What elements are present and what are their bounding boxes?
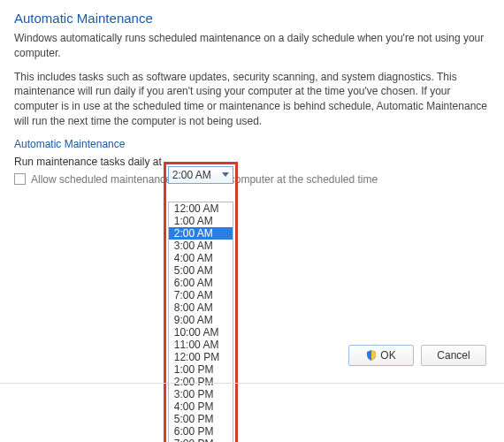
time-option[interactable]: 2:00 PM bbox=[169, 376, 233, 388]
time-option[interactable]: 2:00 AM bbox=[169, 227, 233, 240]
chevron-down-icon bbox=[222, 172, 229, 178]
wake-checkbox[interactable] bbox=[14, 173, 26, 185]
time-option[interactable]: 3:00 AM bbox=[169, 240, 233, 252]
time-option[interactable]: 4:00 PM bbox=[169, 400, 233, 413]
time-option[interactable]: 6:00 PM bbox=[169, 425, 233, 438]
page-title: Automatic Maintenance bbox=[14, 11, 490, 26]
section-label: Automatic Maintenance bbox=[14, 138, 490, 150]
wake-checkbox-row: Allow scheduled maintenance computer at … bbox=[14, 173, 490, 186]
shield-icon bbox=[366, 350, 377, 361]
time-dropdown-list[interactable]: 12:00 AM1:00 AM2:00 AM3:00 AM4:00 AM5:00… bbox=[168, 202, 233, 442]
time-option[interactable]: 7:00 AM bbox=[169, 289, 233, 301]
intro-paragraph-1: Windows automatically runs scheduled mai… bbox=[14, 31, 490, 61]
time-combobox-display[interactable]: 2:00 AM bbox=[168, 166, 233, 184]
ok-button[interactable]: OK bbox=[348, 345, 414, 366]
time-option[interactable]: 12:00 AM bbox=[169, 202, 233, 215]
time-option[interactable]: 7:00 PM bbox=[169, 438, 233, 442]
highlight-box: 2:00 AM 12:00 AM1:00 AM2:00 AM3:00 AM4:0… bbox=[164, 162, 238, 442]
cancel-button[interactable]: Cancel bbox=[421, 345, 486, 366]
time-option[interactable]: 1:00 PM bbox=[169, 363, 233, 376]
time-combobox-value: 2:00 AM bbox=[172, 169, 211, 181]
wake-checkbox-label-post: computer at the scheduled time bbox=[230, 173, 378, 186]
time-option[interactable]: 9:00 AM bbox=[169, 314, 233, 326]
wake-checkbox-label-pre: Allow scheduled maintenance bbox=[31, 173, 172, 186]
cancel-button-label: Cancel bbox=[437, 349, 470, 362]
intro-paragraph-2: This includes tasks such as software upd… bbox=[14, 70, 490, 129]
time-option[interactable]: 4:00 AM bbox=[169, 252, 233, 264]
time-option[interactable]: 1:00 AM bbox=[169, 215, 233, 227]
ok-button-label: OK bbox=[380, 349, 395, 362]
time-option[interactable]: 8:00 AM bbox=[169, 301, 233, 314]
time-option[interactable]: 3:00 PM bbox=[169, 388, 233, 400]
run-daily-label: Run maintenance tasks daily at bbox=[14, 156, 162, 168]
time-option[interactable]: 10:00 AM bbox=[169, 326, 233, 339]
time-option[interactable]: 5:00 PM bbox=[169, 413, 233, 425]
time-option[interactable]: 11:00 AM bbox=[169, 339, 233, 351]
schedule-row: Run maintenance tasks daily at 2:00 AM 1… bbox=[14, 156, 490, 168]
time-option[interactable]: 6:00 AM bbox=[169, 277, 233, 289]
footer-separator bbox=[0, 383, 504, 384]
button-bar: OK Cancel bbox=[348, 345, 486, 366]
time-option[interactable]: 12:00 PM bbox=[169, 351, 233, 363]
time-option[interactable]: 5:00 AM bbox=[169, 264, 233, 277]
